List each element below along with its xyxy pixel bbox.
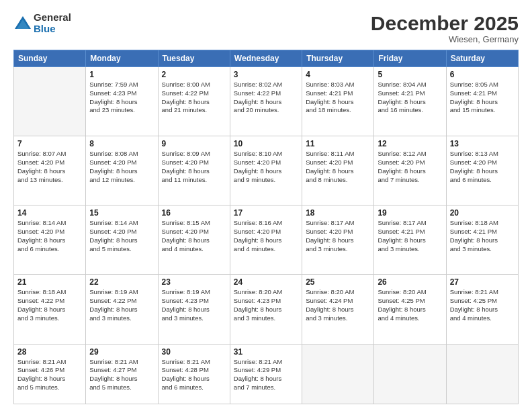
day-number: 30 [162,347,226,357]
calendar: SundayMondayTuesdayWednesdayThursdayFrid… [13,50,519,404]
day-number: 6 [450,70,515,79]
logo-blue-text: Blue [34,23,56,34]
day-number: 21 [17,277,82,287]
day-info: Sunrise: 8:16 AM Sunset: 4:20 PM Dayligh… [234,219,298,253]
day-number: 24 [234,277,298,287]
calendar-cell: 10Sunrise: 8:10 AM Sunset: 4:20 PM Dayli… [230,136,302,205]
day-number: 14 [17,208,82,218]
day-number: 18 [306,208,370,218]
calendar-cell: 19Sunrise: 8:17 AM Sunset: 4:21 PM Dayli… [374,205,446,275]
location: Wiesen, Germany [371,34,519,44]
calendar-cell: 29Sunrise: 8:21 AM Sunset: 4:27 PM Dayli… [86,344,158,404]
day-info: Sunrise: 8:09 AM Sunset: 4:20 PM Dayligh… [162,150,226,184]
day-info: Sunrise: 8:18 AM Sunset: 4:21 PM Dayligh… [450,219,515,253]
day-info: Sunrise: 8:18 AM Sunset: 4:22 PM Dayligh… [17,288,82,322]
day-info: Sunrise: 8:21 AM Sunset: 4:27 PM Dayligh… [89,358,154,392]
calendar-cell: 15Sunrise: 8:14 AM Sunset: 4:20 PM Dayli… [86,205,158,275]
day-info: Sunrise: 8:20 AM Sunset: 4:25 PM Dayligh… [378,288,442,322]
day-number: 12 [378,139,442,148]
calendar-cell: 20Sunrise: 8:18 AM Sunset: 4:21 PM Dayli… [446,205,518,275]
calendar-cell [302,344,374,404]
day-number: 8 [89,139,154,148]
calendar-day-header: Monday [86,50,158,67]
calendar-cell: 13Sunrise: 8:13 AM Sunset: 4:20 PM Dayli… [446,136,518,205]
day-number: 9 [162,139,226,148]
calendar-cell: 3Sunrise: 8:02 AM Sunset: 4:22 PM Daylig… [230,67,302,136]
day-number: 26 [378,277,442,287]
day-number: 23 [162,277,226,287]
calendar-cell: 9Sunrise: 8:09 AM Sunset: 4:20 PM Daylig… [158,136,230,205]
day-number: 27 [450,277,515,287]
calendar-cell: 24Sunrise: 8:20 AM Sunset: 4:23 PM Dayli… [230,275,302,344]
day-number: 28 [17,347,82,357]
day-number: 17 [234,208,298,218]
header: General Blue December 2025 Wiesen, Germa… [13,12,519,44]
day-number: 3 [234,70,298,79]
day-info: Sunrise: 8:20 AM Sunset: 4:24 PM Dayligh… [306,288,370,322]
month-title: December 2025 [371,12,519,34]
calendar-cell [14,67,86,136]
day-info: Sunrise: 8:19 AM Sunset: 4:22 PM Dayligh… [89,288,154,322]
day-info: Sunrise: 8:05 AM Sunset: 4:21 PM Dayligh… [450,81,515,115]
day-info: Sunrise: 8:17 AM Sunset: 4:21 PM Dayligh… [378,219,442,253]
day-info: Sunrise: 8:04 AM Sunset: 4:21 PM Dayligh… [378,81,442,115]
day-number: 31 [234,347,298,357]
day-number: 19 [378,208,442,218]
calendar-cell: 14Sunrise: 8:14 AM Sunset: 4:20 PM Dayli… [14,205,86,275]
logo-text: General Blue [34,12,71,34]
day-info: Sunrise: 8:08 AM Sunset: 4:20 PM Dayligh… [89,150,154,184]
calendar-cell: 5Sunrise: 8:04 AM Sunset: 4:21 PM Daylig… [374,67,446,136]
calendar-day-header: Friday [374,50,446,67]
calendar-day-header: Thursday [302,50,374,67]
day-info: Sunrise: 8:17 AM Sunset: 4:20 PM Dayligh… [306,219,370,253]
calendar-cell: 21Sunrise: 8:18 AM Sunset: 4:22 PM Dayli… [14,275,86,344]
day-number: 20 [450,208,515,218]
calendar-cell: 28Sunrise: 8:21 AM Sunset: 4:26 PM Dayli… [14,344,86,404]
day-info: Sunrise: 8:11 AM Sunset: 4:20 PM Dayligh… [306,150,370,184]
logo-general-text: General [34,11,71,23]
calendar-day-header: Tuesday [158,50,230,67]
calendar-cell: 23Sunrise: 8:19 AM Sunset: 4:23 PM Dayli… [158,275,230,344]
day-number: 10 [234,139,298,148]
page: General Blue December 2025 Wiesen, Germa… [0,0,532,411]
day-number: 22 [89,277,154,287]
day-number: 29 [89,347,154,357]
calendar-cell: 30Sunrise: 8:21 AM Sunset: 4:28 PM Dayli… [158,344,230,404]
day-number: 13 [450,139,515,148]
day-info: Sunrise: 8:07 AM Sunset: 4:20 PM Dayligh… [17,150,82,184]
calendar-cell: 4Sunrise: 8:03 AM Sunset: 4:21 PM Daylig… [302,67,374,136]
title-block: December 2025 Wiesen, Germany [371,12,519,44]
logo-icon [13,14,32,33]
calendar-cell: 22Sunrise: 8:19 AM Sunset: 4:22 PM Dayli… [86,275,158,344]
calendar-cell: 1Sunrise: 7:59 AM Sunset: 4:23 PM Daylig… [86,67,158,136]
calendar-cell: 17Sunrise: 8:16 AM Sunset: 4:20 PM Dayli… [230,205,302,275]
calendar-cell [374,344,446,404]
calendar-day-header: Sunday [14,50,86,67]
day-info: Sunrise: 8:21 AM Sunset: 4:29 PM Dayligh… [234,358,298,392]
calendar-cell: 16Sunrise: 8:15 AM Sunset: 4:20 PM Dayli… [158,205,230,275]
calendar-cell: 2Sunrise: 8:00 AM Sunset: 4:22 PM Daylig… [158,67,230,136]
day-info: Sunrise: 7:59 AM Sunset: 4:23 PM Dayligh… [89,81,154,115]
day-info: Sunrise: 8:00 AM Sunset: 4:22 PM Dayligh… [162,81,226,115]
day-info: Sunrise: 8:21 AM Sunset: 4:25 PM Dayligh… [450,288,515,322]
calendar-cell: 31Sunrise: 8:21 AM Sunset: 4:29 PM Dayli… [230,344,302,404]
day-info: Sunrise: 8:13 AM Sunset: 4:20 PM Dayligh… [450,150,515,184]
day-number: 15 [89,208,154,218]
calendar-cell: 8Sunrise: 8:08 AM Sunset: 4:20 PM Daylig… [86,136,158,205]
day-info: Sunrise: 8:20 AM Sunset: 4:23 PM Dayligh… [234,288,298,322]
day-number: 7 [17,139,82,148]
calendar-cell: 25Sunrise: 8:20 AM Sunset: 4:24 PM Dayli… [302,275,374,344]
day-info: Sunrise: 8:21 AM Sunset: 4:26 PM Dayligh… [17,358,82,392]
calendar-day-header: Wednesday [230,50,302,67]
day-number: 1 [89,70,154,79]
day-number: 16 [162,208,226,218]
day-number: 5 [378,70,442,79]
calendar-cell [446,344,518,404]
day-info: Sunrise: 8:19 AM Sunset: 4:23 PM Dayligh… [162,288,226,322]
day-info: Sunrise: 8:10 AM Sunset: 4:20 PM Dayligh… [234,150,298,184]
day-number: 2 [162,70,226,79]
calendar-cell: 6Sunrise: 8:05 AM Sunset: 4:21 PM Daylig… [446,67,518,136]
calendar-cell: 26Sunrise: 8:20 AM Sunset: 4:25 PM Dayli… [374,275,446,344]
day-info: Sunrise: 8:14 AM Sunset: 4:20 PM Dayligh… [17,219,82,253]
day-info: Sunrise: 8:21 AM Sunset: 4:28 PM Dayligh… [162,358,226,392]
